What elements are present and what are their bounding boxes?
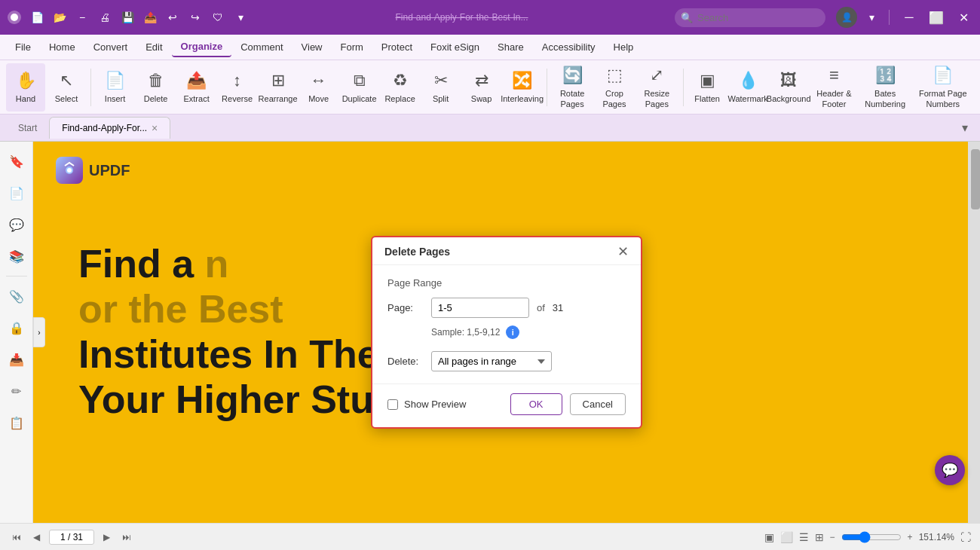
tab-start-label: Start [18,123,37,133]
info-icon[interactable]: i [506,325,519,339]
window-close-button[interactable]: ✕ [953,7,974,28]
tool-swap[interactable]: ⇄ Swap [462,63,501,112]
tool-replace[interactable]: ♻ Replace [381,63,420,112]
cancel-button[interactable]: Cancel [570,393,626,415]
zoom-out-button[interactable]: − [830,532,835,542]
tool-insert-label: Insert [105,93,126,104]
delete-field-label: Delete: [387,356,424,367]
tool-crop-pages[interactable]: ⬚ Crop Pages [595,63,634,112]
menu-accessibility[interactable]: Accessibility [533,38,605,57]
menu-form[interactable]: Form [332,38,372,57]
sidebar-attachment-icon[interactable]: 📎 [3,283,30,310]
menu-convert[interactable]: Convert [84,38,137,57]
dialog-buttons: OK Cancel [510,393,626,415]
menu-share[interactable]: Share [488,38,533,57]
nav-prev-button[interactable]: ◀ [30,530,43,544]
sidebar-clipboard-icon[interactable]: 📋 [3,409,30,436]
tool-background[interactable]: 🖼 Background [769,63,808,112]
tool-interleaving[interactable]: 🔀 Interleaving [503,63,542,112]
sample-text: Sample: 1,5-9,12 [431,327,500,338]
tab-file[interactable]: Find-and-Apply-For... × [49,117,170,139]
tool-duplicate[interactable]: ⧉ Duplicate [340,63,379,112]
tab-start[interactable]: Start [6,118,49,138]
sidebar-bookmark-icon[interactable]: 🔖 [3,148,30,175]
nav-next-button[interactable]: ▶ [100,530,113,544]
tab-file-label: Find-and-Apply-For... [62,123,147,133]
share-icon[interactable]: 📤 [142,9,158,26]
dropdown-icon[interactable]: ▾ [232,9,249,26]
protect-icon[interactable]: 🛡 [210,9,226,26]
menu-protect[interactable]: Protect [372,38,421,57]
title-right-controls: 👤 ▾ ─ ⬜ ✕ [836,7,974,28]
tool-header-footer[interactable]: ≡ Header & Footer [810,63,859,112]
grid-view-icon[interactable]: ⊞ [815,531,824,543]
tool-move[interactable]: ↔ Move [299,63,338,112]
tab-close-button[interactable]: × [152,122,158,134]
tool-split[interactable]: ✂ Split [421,63,461,112]
tab-scroll-down[interactable]: ▾ [956,121,974,135]
sidebar-comments-icon[interactable]: 💬 [3,211,30,238]
sidebar-import-icon[interactable]: 📥 [3,346,30,373]
page-range-input[interactable] [431,298,529,318]
account-arrow[interactable]: ▾ [863,9,880,26]
tool-rotate-pages[interactable]: 🔄 Rotate Pages [551,63,593,112]
hand-icon: ✋ [16,70,36,92]
tool-move-label: Move [308,93,329,104]
zoom-slider[interactable] [841,531,902,543]
tool-reverse[interactable]: ↕ Reverse [218,63,257,112]
window-minimize-button[interactable]: ─ [899,7,920,28]
double-page-view-icon[interactable]: ⬜ [780,531,793,543]
search-input[interactable] [675,8,825,27]
tool-delete[interactable]: 🗑 Delete [136,63,176,112]
undo-icon[interactable]: ↩ [164,9,181,26]
menu-edit[interactable]: Edit [136,38,171,57]
page-row: Page: of 31 [387,298,626,318]
tool-extract[interactable]: 📤 Extract [177,63,216,112]
window-restore-button[interactable]: ⬜ [926,7,947,28]
nav-last-button[interactable]: ⏭ [119,530,134,544]
menu-home[interactable]: Home [40,38,84,57]
save-icon[interactable]: 💾 [119,9,136,26]
avatar[interactable]: 👤 [836,7,857,28]
menu-file[interactable]: File [6,38,40,57]
zoom-in-button[interactable]: + [908,532,913,542]
page-input[interactable] [49,530,94,545]
ok-button[interactable]: OK [510,393,562,415]
open-icon[interactable]: 📂 [51,9,68,26]
tool-bates-numbering[interactable]: 🔢 Bates Numbering [860,63,911,112]
tool-select[interactable]: ↖ Select [47,63,86,112]
sidebar-security-icon[interactable]: 🔒 [3,314,30,341]
menu-organize[interactable]: Organize [172,37,232,57]
tool-format-page-numbers[interactable]: 📄 Format Page Numbers [912,63,974,112]
toolbar: ✋ Hand ↖ Select 📄 Insert 🗑 Delete 📤 Extr… [0,60,980,115]
new-file-icon[interactable]: 📄 [29,9,45,26]
menu-comment[interactable]: Comment [231,38,292,57]
delete-dropdown[interactable]: All pages in range Even pages in range O… [431,351,552,371]
sidebar-pages-icon[interactable]: 📄 [3,179,30,206]
menu-foxit-esign[interactable]: Foxit eSign [421,38,488,57]
print-icon[interactable]: 🖨 [96,9,113,26]
tool-flatten[interactable]: ▣ Flatten [688,63,727,112]
dialog-close-button[interactable]: ✕ [617,245,629,258]
fullscreen-button[interactable]: ⛶ [960,531,971,543]
title-bar-icons: 📄 📂 − 🖨 💾 📤 ↩ ↪ 🛡 ▾ [6,9,249,26]
tool-rearrange[interactable]: ⊞ Rearrange [259,63,298,112]
tool-resize-pages[interactable]: ⤢ Resize Pages [635,63,678,112]
menu-help[interactable]: Help [605,38,643,57]
app-logo[interactable] [6,9,23,26]
tool-insert[interactable]: 📄 Insert [96,63,135,112]
main-area: 🔖 📄 💬 📚 📎 🔒 📥 ✏ 📋 › UPDF [0,142,980,523]
menu-view[interactable]: View [292,38,332,57]
sidebar-signature-icon[interactable]: ✏ [3,377,30,405]
dialog-overlay: Delete Pages ✕ Page Range Page: of 31 [33,142,980,523]
scroll-view-icon[interactable]: ☰ [799,531,809,543]
show-preview-checkbox[interactable] [387,399,398,410]
tool-hand[interactable]: ✋ Hand [6,63,45,112]
nav-first-button[interactable]: ⏮ [9,530,24,544]
show-preview-label[interactable]: Show Preview [404,399,466,410]
redo-icon[interactable]: ↪ [187,9,204,26]
sidebar-layers-icon[interactable]: 📚 [3,243,30,270]
tool-watermark[interactable]: 💧 Watermark [728,63,767,112]
minimize-file-icon[interactable]: − [74,9,90,26]
single-page-view-icon[interactable]: ▣ [764,531,774,543]
